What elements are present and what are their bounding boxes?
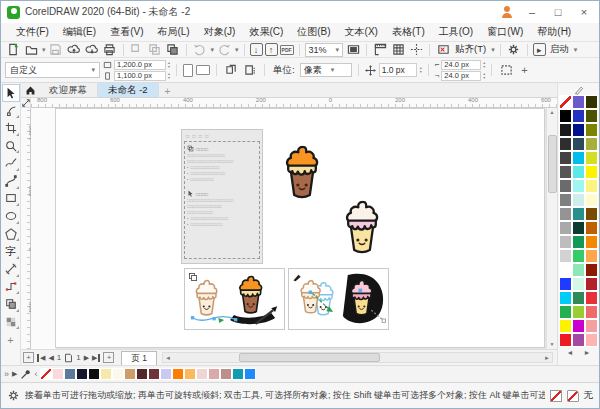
launch-dropdown-icon[interactable]: ▾ — [574, 46, 578, 54]
add-page-after-icon[interactable]: + — [103, 352, 114, 363]
vertical-scrollbar[interactable]: ▲ ▼ — [546, 108, 557, 349]
docpal-expand-icon[interactable]: » — [4, 369, 9, 379]
color-swatch[interactable] — [572, 249, 585, 263]
ruler-origin-icon[interactable] — [21, 98, 31, 108]
show-rulers-icon[interactable] — [372, 42, 388, 57]
duplicate-x-field[interactable]: 24.0 px — [441, 60, 481, 70]
launch-label[interactable]: 启动 — [548, 43, 571, 56]
no-color-swatch[interactable] — [559, 95, 572, 109]
pink-cupcake-art[interactable] — [339, 197, 385, 259]
zoom-dropdown-icon[interactable]: ▾ — [336, 46, 340, 54]
menu-edit[interactable]: 编辑(E) — [56, 25, 103, 39]
connector-tool[interactable] — [2, 278, 20, 296]
options-gear-icon[interactable] — [506, 42, 522, 57]
units-select[interactable]: 像素▾ — [300, 63, 352, 77]
color-swatch[interactable] — [208, 368, 220, 380]
color-swatch[interactable] — [559, 305, 572, 319]
polygon-tool[interactable] — [2, 225, 20, 243]
color-swatch[interactable] — [585, 207, 598, 221]
no-color-swatch[interactable] — [40, 368, 52, 380]
current-page-icon[interactable] — [242, 63, 258, 78]
scroll-up-icon[interactable]: ▲ — [550, 108, 555, 117]
color-swatch[interactable] — [559, 235, 572, 249]
launch-icon[interactable]: ▸ — [533, 43, 546, 56]
status-gear-icon[interactable] — [7, 389, 20, 402]
color-swatch[interactable] — [148, 368, 160, 380]
open-icon[interactable] — [23, 42, 39, 57]
first-page-icon[interactable]: ◀ — [37, 354, 45, 362]
snap-dropdown-icon[interactable]: ▾ — [491, 46, 495, 54]
page-width-field[interactable]: 1,200.0 px — [114, 60, 166, 70]
shape-tool[interactable] — [2, 102, 20, 120]
menu-object[interactable]: 对象(J) — [197, 25, 243, 39]
color-swatch[interactable] — [585, 137, 598, 151]
color-swatch[interactable] — [52, 368, 64, 380]
nudge-field[interactable]: 1.0 px — [379, 63, 417, 77]
color-swatch[interactable] — [572, 193, 585, 207]
color-swatch[interactable] — [572, 165, 585, 179]
show-guidelines-icon[interactable] — [408, 42, 424, 57]
color-swatch[interactable] — [112, 368, 124, 380]
color-swatch[interactable] — [559, 193, 572, 207]
horizontal-scroll-thumb[interactable] — [239, 353, 379, 362]
duplicate-y-spinner[interactable]: ▴▾ — [483, 72, 485, 80]
docpal-scroll-left-icon[interactable]: ‹ — [34, 369, 37, 379]
color-swatch[interactable] — [572, 235, 585, 249]
menu-window[interactable]: 窗口(W) — [480, 25, 530, 39]
drawing-canvas[interactable]: □ □ □ □ □□□□ □□□□□□□□□□□□□ □□□□□□□□□□□□□… — [31, 108, 546, 349]
paste-icon[interactable] — [165, 42, 181, 57]
publish-pdf-icon[interactable]: PDF — [280, 45, 294, 55]
color-swatch[interactable] — [184, 368, 196, 380]
color-swatch[interactable] — [559, 291, 572, 305]
vertical-ruler[interactable]: 1,000 500 0 500 — [21, 108, 31, 349]
color-swatch[interactable] — [559, 263, 572, 277]
color-swatch[interactable] — [585, 109, 598, 123]
home-tab-icon[interactable] — [21, 83, 39, 97]
save-icon[interactable] — [48, 42, 64, 57]
palette-scroll-left-icon[interactable]: ◄ — [567, 349, 574, 356]
open-dropdown-icon[interactable]: ▾ — [42, 46, 46, 54]
previous-page-icon[interactable]: ◀ — [48, 354, 53, 362]
import-icon[interactable]: ↓ — [250, 43, 263, 56]
new-document-icon[interactable] — [5, 42, 21, 57]
cloud-download-icon[interactable] — [84, 42, 100, 57]
color-swatch[interactable] — [124, 368, 136, 380]
color-swatch[interactable] — [572, 291, 585, 305]
text-tool[interactable]: 字 — [2, 242, 20, 260]
last-page-icon[interactable]: ▶ — [92, 354, 100, 362]
ellipse-tool[interactable] — [2, 207, 20, 225]
color-swatch[interactable] — [559, 123, 572, 137]
export-icon[interactable]: ↑ — [265, 43, 278, 56]
minimize-button[interactable]: – — [525, 6, 539, 18]
color-swatch[interactable] — [585, 277, 598, 291]
color-swatch[interactable] — [559, 319, 572, 333]
all-pages-icon[interactable] — [223, 63, 239, 78]
menu-view[interactable]: 查看(V) — [103, 25, 150, 39]
color-swatch[interactable] — [88, 368, 100, 380]
menu-table[interactable]: 表格(T) — [385, 25, 432, 39]
eyedropper-icon[interactable] — [20, 369, 31, 380]
duplicate-x-spinner[interactable]: ▴▾ — [483, 61, 485, 69]
fullscreen-icon[interactable] — [345, 42, 361, 57]
docpal-flyout-icon[interactable]: ▶ — [12, 370, 17, 378]
color-swatch[interactable] — [585, 193, 598, 207]
color-swatch[interactable] — [585, 319, 598, 333]
treat-as-filled-icon[interactable] — [498, 63, 514, 78]
color-swatch[interactable] — [559, 277, 572, 291]
color-swatch[interactable] — [572, 151, 585, 165]
color-swatch[interactable] — [585, 179, 598, 193]
color-swatch[interactable] — [572, 207, 585, 221]
copy-icon[interactable] — [147, 42, 163, 57]
user-account-icon[interactable] — [501, 6, 513, 18]
landscape-button[interactable] — [196, 65, 210, 75]
freehand-tool[interactable] — [2, 154, 20, 172]
bezier-tool[interactable] — [2, 172, 20, 190]
cloud-upload-icon[interactable] — [66, 42, 82, 57]
color-swatch[interactable] — [585, 221, 598, 235]
undo-dropdown-icon[interactable]: ▾ — [211, 46, 215, 54]
color-swatch[interactable] — [160, 368, 172, 380]
snap-to-label[interactable]: 贴齐(T) — [453, 43, 488, 56]
page-width-spinner[interactable]: ▴▾ — [168, 61, 170, 69]
transparency-tool[interactable] — [2, 313, 20, 331]
color-swatch[interactable] — [244, 368, 256, 380]
